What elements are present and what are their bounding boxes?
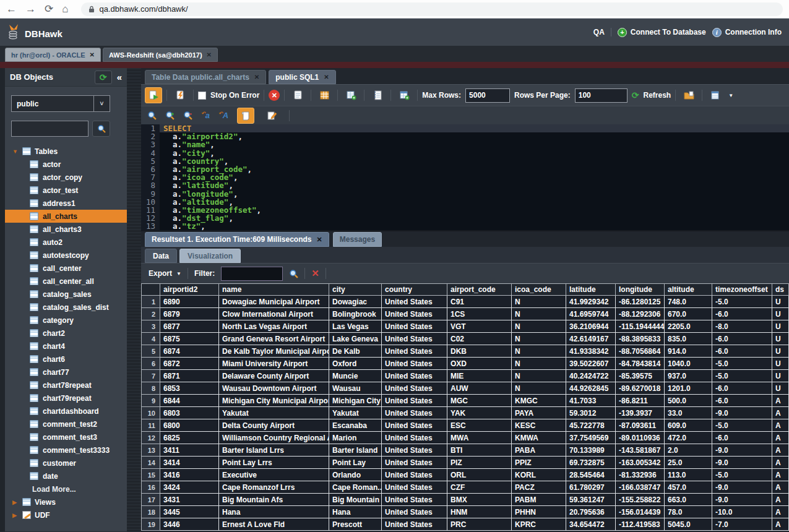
column-header-airportid2[interactable]: airportid2 bbox=[160, 284, 219, 296]
sidebar-table-comment_test3333[interactable]: comment_test3333 bbox=[5, 444, 127, 457]
sidebar-table-comment_test2[interactable]: comment_test2 bbox=[5, 418, 127, 431]
export-dropdown[interactable]: Export ▼ bbox=[149, 269, 181, 278]
address-bar[interactable]: qa.dbhawk.com/dbhawk/ bbox=[81, 2, 783, 16]
expanded-arrow-icon[interactable]: ▼ bbox=[12, 148, 19, 155]
column-header-airport_code[interactable]: airport_code bbox=[447, 284, 512, 296]
reload-icon[interactable]: ⟳ bbox=[45, 4, 53, 14]
sidebar-table-comment_test3[interactable]: comment_test3 bbox=[5, 431, 127, 444]
close-icon[interactable]: ✕ bbox=[254, 74, 259, 80]
sidebar-table-call_center_all[interactable]: call_center_all bbox=[5, 275, 127, 288]
schema-select[interactable]: public ˅ bbox=[11, 95, 110, 112]
close-icon[interactable]: ✕ bbox=[90, 51, 95, 58]
chevron-down-icon[interactable]: ˅ bbox=[93, 96, 110, 111]
add-to-grid-button[interactable] bbox=[395, 87, 413, 103]
column-header-name[interactable]: name bbox=[219, 284, 329, 296]
cancel-query-button[interactable]: ✕ bbox=[269, 90, 280, 101]
cell: -6.0 bbox=[712, 432, 772, 444]
visualization-tab[interactable]: Visualization bbox=[179, 249, 241, 263]
forward-icon[interactable]: → bbox=[25, 4, 36, 14]
zoom-out-button[interactable] bbox=[183, 111, 192, 120]
home-icon[interactable]: ⌂ bbox=[62, 4, 68, 14]
tables-node[interactable]: ▼ Tables bbox=[5, 145, 127, 158]
sidebar-table-all_charts[interactable]: all_charts bbox=[5, 210, 127, 223]
filter-input[interactable] bbox=[221, 267, 283, 281]
column-header-country[interactable]: country bbox=[382, 284, 447, 296]
sidebar-table-chart77[interactable]: chart77 bbox=[5, 366, 127, 379]
column-header-ds[interactable]: ds bbox=[772, 284, 789, 296]
connection-tab-oracle[interactable]: hr (hr@orcl) - ORACLE ✕ bbox=[5, 48, 101, 62]
refresh-icon: ⟳ bbox=[632, 90, 639, 100]
zoom-in-button[interactable] bbox=[165, 111, 175, 120]
rows-per-page-input[interactable] bbox=[575, 88, 627, 103]
collapse-panel-icon[interactable]: « bbox=[117, 72, 122, 82]
sidebar-table-chart78repeat[interactable]: chart78repeat bbox=[5, 379, 127, 392]
sidebar-table-auto2[interactable]: auto2 bbox=[5, 236, 127, 249]
sidebar-table-chartdashboard[interactable]: chartdashboard bbox=[5, 405, 127, 418]
sidebar-table-actor[interactable]: actor bbox=[5, 158, 127, 171]
edit-sql-button[interactable] bbox=[263, 108, 280, 124]
sql-editor[interactable]: 1SELECT2 a."airportid2",3 a."name",4 a."… bbox=[141, 124, 789, 230]
column-header-timezoneoffset[interactable]: timezoneoffset bbox=[712, 284, 772, 296]
sidebar-table-customer[interactable]: customer bbox=[5, 457, 127, 470]
search-button[interactable] bbox=[92, 121, 110, 137]
open-file-button[interactable] bbox=[680, 87, 697, 103]
sidebar-table-all_charts3[interactable]: all_charts3 bbox=[5, 223, 127, 236]
sidebar-table-call_center[interactable]: call_center bbox=[5, 262, 127, 275]
zoom-button[interactable] bbox=[147, 111, 157, 120]
execute-query-button[interactable] bbox=[145, 87, 162, 103]
column-header-latitude[interactable]: latitude bbox=[566, 284, 616, 296]
sidebar-table-actor_copy[interactable]: actor_copy bbox=[5, 171, 127, 184]
connection-info-button[interactable]: i Connection Info bbox=[712, 28, 782, 37]
new-sql-button[interactable] bbox=[289, 87, 306, 103]
add-result-grid-button[interactable] bbox=[342, 87, 360, 103]
data-tab[interactable]: Data bbox=[145, 249, 177, 263]
column-header-city[interactable]: city bbox=[329, 284, 382, 296]
sidebar-table-chart6[interactable]: chart6 bbox=[5, 353, 127, 366]
back-icon[interactable]: ← bbox=[6, 4, 17, 14]
sidebar-table-catalog_sales_dist[interactable]: catalog_sales_dist bbox=[5, 301, 127, 314]
column-header-altitude[interactable]: altitude bbox=[665, 284, 712, 296]
sidebar-table-address1[interactable]: address1 bbox=[5, 197, 127, 210]
max-rows-input[interactable] bbox=[465, 88, 510, 103]
sidebar-table-date[interactable]: date bbox=[5, 470, 127, 483]
sidebar-table-chart79repeat[interactable]: chart79repeat bbox=[5, 392, 127, 405]
sidebar-table-actor_test[interactable]: actor_test bbox=[5, 184, 127, 197]
connect-to-database-button[interactable]: + Connect To Database bbox=[618, 28, 706, 37]
tab-table-data[interactable]: Table Data public.all_charts ✕ bbox=[145, 70, 266, 84]
sidebar-table-chart2[interactable]: chart2 bbox=[5, 327, 127, 340]
connection-tab-redshift[interactable]: AWS-Redshift (sa@dbh2017) ✕ bbox=[103, 48, 218, 62]
close-icon[interactable]: ✕ bbox=[207, 51, 212, 58]
close-icon[interactable]: ✕ bbox=[324, 74, 329, 80]
format-sql-button[interactable] bbox=[237, 108, 254, 124]
collapsed-arrow-icon[interactable]: ▶ bbox=[12, 499, 19, 505]
refresh-button[interactable]: Refresh bbox=[643, 91, 671, 100]
sidebar-table-category[interactable]: category bbox=[5, 314, 127, 327]
sidebar-table-autotestcopy[interactable]: autotestcopy bbox=[5, 249, 127, 262]
views-node[interactable]: ▶ Views bbox=[5, 496, 127, 508]
messages-tab[interactable]: Messages bbox=[333, 232, 382, 247]
to-uppercase-button[interactable]: ↶A bbox=[218, 111, 228, 120]
resultset-tab[interactable]: Resultset 1. Execution Time:609 Millisec… bbox=[145, 232, 329, 247]
sidebar-table-catalog_sales[interactable]: catalog_sales bbox=[5, 288, 127, 301]
apply-filter-button[interactable] bbox=[289, 269, 298, 278]
column-header-icoa_code[interactable]: icoa_code bbox=[512, 284, 566, 296]
execute-script-button[interactable] bbox=[171, 87, 189, 103]
column-header-longitude[interactable]: longitude bbox=[616, 284, 665, 296]
clear-filter-button[interactable]: ✕ bbox=[311, 268, 319, 279]
udf-node[interactable]: ▶ UDF bbox=[5, 508, 127, 521]
object-search-input[interactable] bbox=[11, 121, 88, 137]
close-icon[interactable]: ✕ bbox=[317, 236, 322, 244]
panel-splitter[interactable] bbox=[127, 68, 141, 531]
stop-on-error-checkbox[interactable] bbox=[198, 92, 206, 100]
collapsed-arrow-icon[interactable]: ▶ bbox=[12, 512, 19, 518]
tab-public-sql1[interactable]: public SQL1 ✕ bbox=[269, 70, 335, 84]
export-excel-button[interactable] bbox=[316, 87, 333, 103]
grid-options-button[interactable] bbox=[707, 87, 724, 103]
column-header-rownum[interactable] bbox=[142, 284, 160, 296]
load-more-link[interactable]: Load More... bbox=[5, 483, 127, 496]
chevron-down-icon[interactable]: ▼ bbox=[728, 93, 733, 98]
sidebar-table-chart4[interactable]: chart4 bbox=[5, 340, 127, 353]
to-lowercase-button[interactable]: ↶a bbox=[201, 111, 210, 120]
notes-button[interactable] bbox=[369, 87, 386, 103]
refresh-objects-button[interactable]: ⟳ bbox=[95, 71, 112, 84]
